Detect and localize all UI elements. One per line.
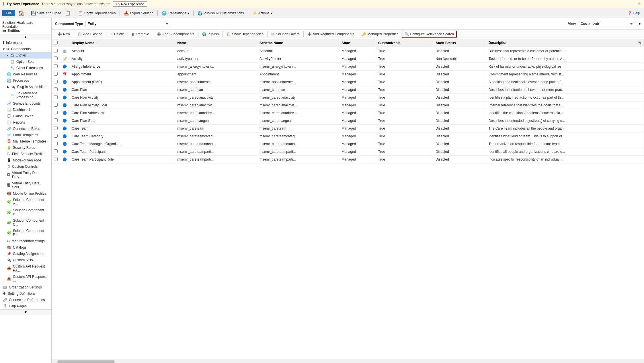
table-row[interactable]: 🔵 Care Team Participant Role msemr_caret… [52,156,644,163]
row-checkbox[interactable] [54,80,58,83]
row-checkbox-cell[interactable] [52,156,60,163]
sidebar-item-client-extensions[interactable]: 🔧 Client Extensions [0,65,51,71]
sidebar-item-components[interactable]: ▾ ⚙ Components [0,46,51,52]
sidebar-item-connection-roles[interactable]: 🔗 Connection Roles [0,126,51,132]
row-checkbox[interactable] [54,126,58,130]
row-checkbox[interactable] [54,72,58,76]
export-solution-button[interactable]: 📤 Export Solution [122,10,155,16]
help-button[interactable]: ❓ Help [626,10,642,16]
row-checkbox-cell[interactable] [52,148,60,156]
select-all-checkbox[interactable] [54,41,58,44]
sidebar-item-sdk-message[interactable]: 📨 Sdk Message Processing... [0,90,51,100]
solution-layers-button[interactable]: 🗂 Solution Layers [269,31,302,37]
row-checkbox[interactable] [54,142,58,145]
sidebar-item-mobile-offline[interactable]: 📵 Mobile Offline Profiles [0,190,51,197]
row-checkbox[interactable] [54,134,58,138]
row-checkbox[interactable] [54,64,58,68]
copy-icon[interactable]: 📋 [64,9,71,17]
table-row[interactable]: 🔵 Care Plan Goal msemr_careplangoal msem… [52,117,644,125]
row-checkbox-cell[interactable] [52,94,60,102]
row-display-name[interactable]: Allergy Intolerance [69,63,175,71]
row-display-name[interactable]: Care Plan Activity Goal [69,102,175,109]
publish-button[interactable]: 🌍 Publish [200,31,221,37]
row-display-name[interactable]: Care Team Participant Role [69,156,175,163]
new-button[interactable]: ➕ New [55,31,73,37]
table-row[interactable]: 🔵 Care Plan Addresses msemr_careplanaddr… [52,109,644,117]
table-row[interactable]: 🔵 Care Team Managing Organiza... msemr_c… [52,140,644,148]
row-display-name[interactable]: Account [69,47,175,55]
add-subcomponents-button[interactable]: ➕ Add Subcomponents [154,31,197,37]
sidebar-item-mail-merge[interactable]: 📮 Mail Merge Templates [0,138,51,145]
view-select[interactable]: Customizable [578,21,635,27]
table-row[interactable]: 🔵 Care Plan Activity Goal msemr_careplan… [52,102,644,109]
scroll-thumb[interactable] [57,360,115,363]
row-display-name[interactable]: Care Team Managing Organiza... [69,140,175,148]
sidebar-item-catalogs[interactable]: 📚 Catalogs [0,244,51,251]
row-checkbox-cell[interactable] [52,71,60,78]
row-checkbox[interactable] [54,149,58,153]
sidebar-item-solution-comp-b[interactable]: 🧩 Solution Component B... [0,207,51,217]
sidebar-item-field-security[interactable]: 🛡 Field Security Profiles [0,151,51,157]
table-row[interactable]: 📝 Activity activitypointer ActivityPoint… [52,55,644,63]
sidebar-item-help-pages[interactable]: ❓ Help Pages [0,303,51,309]
row-display-name[interactable]: Appointment (EMR) [69,78,175,86]
sidebar-scroll-down[interactable]: ▼ [0,309,51,315]
description-header[interactable]: Description ↻ [486,39,644,47]
table-row[interactable]: 📅 Appointment appointment Appointment Ma… [52,71,644,78]
row-display-name[interactable]: Appointment [69,71,175,78]
remove-button[interactable]: 🗑 Remove [129,31,152,37]
table-row[interactable]: 🔵 Allergy Intolerance msemr_allergyintol… [52,63,644,71]
sidebar-item-reports[interactable]: 📄 Reports [0,119,51,126]
sidebar-item-connection-references[interactable]: 🔗 Connection References [0,297,51,303]
row-display-name[interactable]: Care Team Participant [69,148,175,156]
sidebar-item-processes[interactable]: 🔄 Processes [0,77,51,84]
publish-all-button[interactable]: 🌍 Publish All Customizations [196,10,246,16]
row-checkbox[interactable] [54,95,58,99]
delete-button[interactable]: ✕ Delete [108,31,127,37]
close-icon[interactable]: ✕ [638,2,641,6]
row-display-name[interactable]: Care Plan [69,86,175,94]
table-row[interactable]: 🏢 Account account Account Managed True D… [52,47,644,55]
row-checkbox-cell[interactable] [52,78,60,86]
table-row[interactable]: 🔵 Care Team Participant msemr_careteampa… [52,148,644,156]
row-checkbox[interactable] [54,87,58,91]
translations-button[interactable]: 🌐 Translations ▾ [160,10,191,16]
row-display-name[interactable]: Care Plan Activity [69,94,175,102]
sidebar-item-setting-definitions[interactable]: ⚙ Setting Definitions [0,290,51,297]
table-row[interactable]: 🔵 Appointment (EMR) msemr_appointmente..… [52,78,644,86]
row-checkbox-cell[interactable] [52,102,60,109]
row-checkbox-cell[interactable] [52,125,60,132]
row-display-name[interactable]: Care Plan Goal [69,117,175,125]
sidebar-item-model-driven[interactable]: 📱 Model-driven Apps [0,157,51,163]
row-checkbox[interactable] [54,56,58,60]
row-checkbox-cell[interactable] [52,117,60,125]
managed-properties-button[interactable]: 🔑 Managed Properties [359,31,401,37]
sidebar-item-email-templates[interactable]: 📧 Email Templates [0,132,51,138]
sidebar-item-solution-comp-c[interactable]: 🧩 Solution Component C... [0,217,51,228]
row-display-name[interactable]: Care Team Category [69,132,175,140]
home-icon[interactable]: 🏠 [18,10,24,16]
row-checkbox-cell[interactable] [52,55,60,63]
display-name-header[interactable]: Display Name ↑ [69,39,175,47]
sidebar-item-service-endpoints[interactable]: 🔗 Service Endpoints [0,100,51,107]
sidebar-item-plugin-assemblies[interactable]: ▶ 🔌 Plug-in Assemblies [0,84,51,90]
save-close-button[interactable]: 💾 Save and Close [29,10,63,16]
add-existing-button[interactable]: 📋 Add Existing [75,31,105,37]
row-checkbox[interactable] [54,103,58,107]
row-checkbox-cell[interactable] [52,63,60,71]
sidebar-item-solution-comp-r[interactable]: 🧩 Solution Component R... [0,228,51,238]
sidebar-item-virtual-entity-prov[interactable]: 🗄 Virtual Entity Data Prov... [0,170,51,180]
state-header[interactable]: State [339,39,376,47]
sidebar-item-catalog-assignments[interactable]: 📌 Catalog Assignments [0,251,51,257]
sidebar-item-featurecontrol[interactable]: ⚙ featurecontrolsettings [0,238,51,244]
sidebar-item-custom-api-request[interactable]: 📥 Custom API Request Pa... [0,263,51,274]
sidebar-item-custom-controls[interactable]: 🎛 Custom Controls [0,163,51,170]
actions-button[interactable]: ⚡ Actions ▾ [251,10,274,16]
row-display-name[interactable]: Care Team [69,125,175,132]
select-all-header[interactable] [52,39,60,47]
row-checkbox[interactable] [54,49,58,52]
horizontal-scrollbar[interactable] [52,360,644,363]
show-deps-action-button[interactable]: 📋 Show Dependencies [224,31,266,37]
sidebar-item-dashboards[interactable]: 📊 Dashboards [0,107,51,113]
row-checkbox-cell[interactable] [52,109,60,117]
